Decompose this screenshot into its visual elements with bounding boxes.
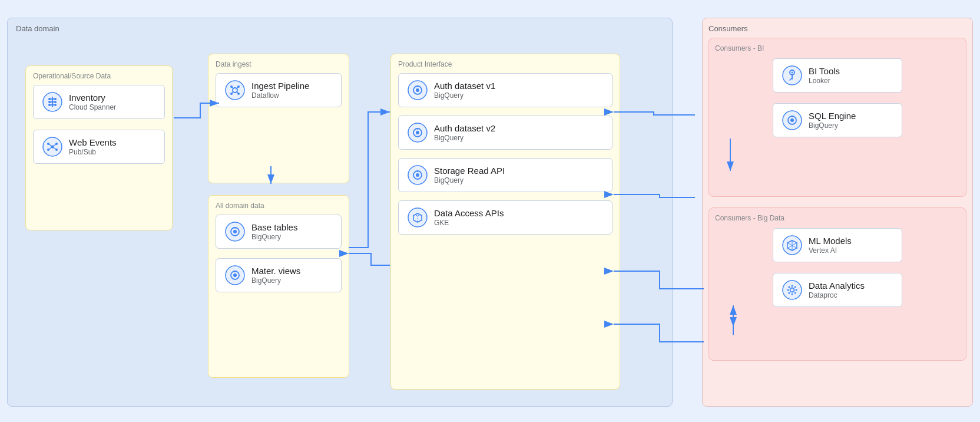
svg-point-30	[237, 93, 240, 95]
svg-point-72	[792, 294, 793, 295]
data-analytics-title: Data Analytics	[809, 281, 865, 291]
data-access-apis-node: Data Access APIs GKE	[398, 200, 612, 235]
svg-point-41	[416, 88, 419, 92]
data-access-apis-title: Data Access APIs	[434, 208, 504, 219]
data-domain-label: Data domain	[16, 24, 59, 33]
svg-point-74	[796, 289, 797, 291]
op-source-panel: Operational/Source Data	[25, 65, 173, 230]
mater-views-title: Mater. views	[251, 266, 300, 276]
vertex-ai-icon	[782, 235, 803, 256]
web-events-title: Web Events	[69, 137, 117, 148]
ingest-pipeline-node: Ingest Pipeline Dataflow	[216, 73, 342, 107]
svg-point-57	[792, 72, 793, 74]
web-events-subtitle: Pub/Sub	[69, 148, 117, 156]
svg-point-6	[54, 98, 57, 100]
auth-v1-title: Auth dataset v1	[434, 81, 495, 91]
looker-icon	[782, 65, 803, 86]
bigdata-nodes-container: ML Models Vertex AI	[715, 228, 960, 307]
mater-views-bigquery-icon	[224, 265, 246, 286]
sql-engine-subtitle: BigQuery	[809, 121, 856, 130]
ingest-pipeline-subtitle: Dataflow	[251, 91, 309, 100]
sql-engine-bigquery-icon	[782, 110, 803, 131]
base-tables-bigquery-icon	[224, 221, 246, 242]
web-events-node: Web Events Pub/Sub	[33, 130, 165, 164]
data-access-apis-subtitle: GKE	[434, 219, 504, 227]
consumers-outer-panel: Consumers Consumers - BI	[702, 18, 973, 407]
svg-point-28	[237, 85, 240, 88]
svg-point-10	[54, 104, 57, 106]
auth-v2-title: Auth dataset v2	[434, 123, 495, 134]
storage-read-subtitle: BigQuery	[434, 176, 505, 184]
auth-v2-subtitle: BigQuery	[434, 134, 495, 142]
svg-point-37	[233, 273, 237, 277]
product-interface-label: Product Interface	[398, 60, 612, 68]
data-analytics-subtitle: Dataproc	[809, 291, 865, 299]
svg-point-78	[788, 292, 790, 294]
data-analytics-node: Data Analytics Dataproc	[773, 273, 902, 307]
svg-point-71	[792, 285, 793, 287]
product-interface-panel: Product Interface Auth dataset v1 BigQue…	[390, 54, 620, 390]
gke-icon	[407, 207, 428, 228]
inventory-subtitle: Cloud Spanner	[69, 103, 116, 111]
svg-point-21	[226, 81, 244, 100]
data-ingest-label: Data ingest	[216, 60, 342, 68]
svg-point-5	[48, 98, 51, 100]
diagram-root: Data domain Operational/Source Data	[0, 0, 980, 422]
consumers-label: Consumers	[708, 24, 966, 33]
consumers-bi-panel: Consumers - BI	[708, 38, 966, 197]
op-source-label: Operational/Source Data	[33, 72, 165, 80]
base-tables-node: Base tables BigQuery	[216, 215, 342, 249]
svg-point-76	[794, 292, 796, 294]
auth-dataset-v2-node: Auth dataset v2 BigQuery	[398, 116, 612, 150]
sql-engine-node: SQL Engine BigQuery	[773, 103, 902, 137]
data-ingest-panel: Data ingest	[208, 54, 349, 183]
all-domain-label: All domain data	[216, 202, 342, 210]
svg-point-77	[794, 286, 796, 288]
consumers-bi-label: Consumers - BI	[715, 44, 960, 52]
storage-read-bigquery-icon	[407, 164, 428, 186]
svg-point-9	[48, 104, 51, 106]
mater-views-subtitle: BigQuery	[251, 276, 300, 285]
base-tables-title: Base tables	[251, 222, 297, 233]
inventory-title: Inventory	[69, 93, 116, 103]
bi-tools-title: BI Tools	[809, 66, 840, 77]
bi-tools-subtitle: Looker	[809, 77, 840, 85]
storage-read-title: Storage Read API	[434, 166, 505, 176]
svg-point-29	[230, 93, 233, 95]
consumers-bigdata-label: Consumers - Big Data	[715, 214, 960, 222]
svg-point-45	[416, 131, 419, 134]
ml-models-subtitle: Vertex AI	[809, 246, 852, 255]
svg-point-33	[233, 230, 237, 233]
auth-v1-bigquery-icon	[407, 80, 428, 101]
bi-nodes-container: BI Tools Looker SQL Engine BigQuery	[715, 58, 960, 137]
dataflow-icon	[224, 80, 246, 101]
svg-point-8	[54, 101, 57, 103]
svg-point-69	[783, 281, 802, 299]
consumers-bigdata-panel: Consumers - Big Data	[708, 207, 966, 361]
cloud-spanner-icon	[42, 91, 63, 113]
dataproc-icon	[782, 279, 803, 301]
base-tables-subtitle: BigQuery	[251, 233, 297, 241]
data-domain-panel: Data domain Operational/Source Data	[7, 18, 673, 407]
svg-point-7	[48, 101, 51, 103]
svg-point-62	[790, 118, 794, 122]
auth-v1-subtitle: BigQuery	[434, 91, 495, 100]
ingest-pipeline-title: Ingest Pipeline	[251, 81, 309, 91]
bi-tools-node: BI Tools Looker	[773, 58, 902, 93]
svg-point-51	[408, 208, 427, 227]
storage-read-api-node: Storage Read API BigQuery	[398, 158, 612, 192]
ml-models-title: ML Models	[809, 236, 852, 246]
svg-point-27	[230, 85, 233, 88]
all-domain-panel: All domain data Base tables BigQuery	[208, 195, 349, 378]
pubsub-icon	[42, 136, 63, 157]
svg-point-49	[416, 173, 419, 177]
svg-point-75	[788, 286, 790, 288]
auth-dataset-v1-node: Auth dataset v1 BigQuery	[398, 73, 612, 107]
inventory-node: Inventory Cloud Spanner	[33, 85, 165, 119]
svg-point-73	[787, 289, 789, 291]
mater-views-node: Mater. views BigQuery	[216, 258, 342, 292]
auth-v2-bigquery-icon	[407, 122, 428, 143]
sql-engine-title: SQL Engine	[809, 111, 856, 121]
ml-models-node: ML Models Vertex AI	[773, 228, 902, 262]
